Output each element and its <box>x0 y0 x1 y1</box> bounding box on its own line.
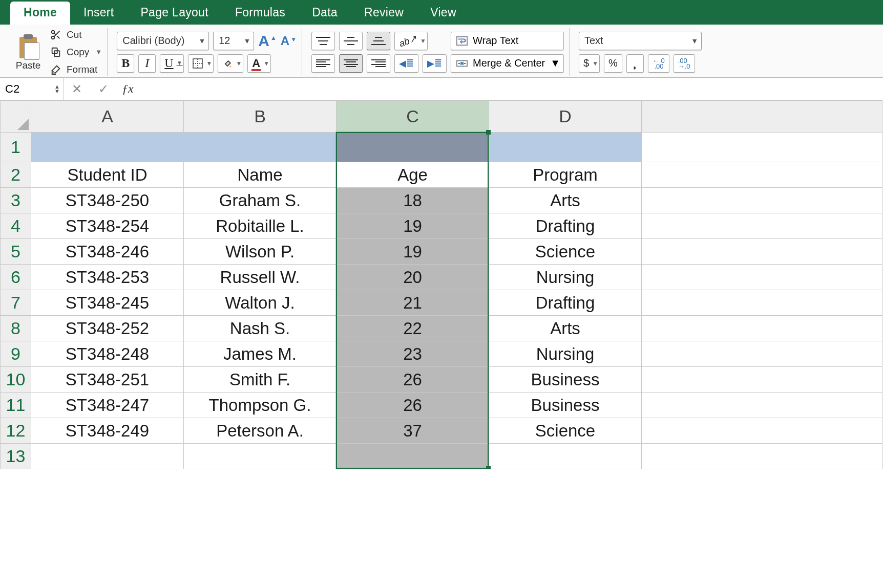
cell[interactable]: ST348-250 <box>31 188 184 213</box>
tab-review[interactable]: Review <box>351 2 417 25</box>
cell[interactable]: 26 <box>337 393 489 418</box>
cell[interactable] <box>31 133 184 162</box>
cell[interactable]: Arts <box>489 316 642 341</box>
cell[interactable]: Business <box>489 367 642 393</box>
cell[interactable]: Wilson P. <box>184 239 337 265</box>
align-left-button[interactable] <box>311 54 335 73</box>
fx-icon[interactable]: ƒx <box>117 82 139 96</box>
name-box-down[interactable]: ▼ <box>54 89 60 94</box>
cell[interactable] <box>642 265 882 290</box>
cell[interactable]: Student ID <box>31 162 184 188</box>
select-all-corner[interactable] <box>1 101 31 133</box>
cell[interactable] <box>642 367 882 393</box>
cell[interactable] <box>642 188 882 213</box>
cell[interactable] <box>31 444 184 469</box>
cell[interactable]: ST348-245 <box>31 290 184 316</box>
fill-color-button[interactable]: ▼ <box>218 54 243 73</box>
tab-data[interactable]: Data <box>299 2 351 25</box>
cell[interactable]: 21 <box>337 290 489 316</box>
wrap-text-button[interactable]: Wrap Text <box>451 32 564 50</box>
cell[interactable] <box>337 444 489 469</box>
cell[interactable]: Nursing <box>489 341 642 367</box>
cell[interactable]: 37 <box>337 418 489 444</box>
cell[interactable] <box>642 316 882 341</box>
cell[interactable] <box>184 444 337 469</box>
cell[interactable]: Russell W. <box>184 265 337 290</box>
cell[interactable]: ST348-246 <box>31 239 184 265</box>
cell[interactable]: ST348-254 <box>31 213 184 239</box>
cell[interactable]: ST348-249 <box>31 418 184 444</box>
row-header-9[interactable]: 9 <box>1 341 31 367</box>
comma-style-button[interactable]: ⸒ <box>626 54 644 73</box>
tab-page-layout[interactable]: Page Layout <box>127 2 221 25</box>
cell[interactable]: 20 <box>337 265 489 290</box>
cell[interactable]: 22 <box>337 316 489 341</box>
row-header-4[interactable]: 4 <box>1 213 31 239</box>
number-format-combo[interactable]: Text ▼ <box>579 32 702 50</box>
cell[interactable] <box>642 133 882 162</box>
increase-font-button[interactable]: A▲ <box>258 32 277 50</box>
cell[interactable] <box>642 444 882 469</box>
cell[interactable] <box>642 341 882 367</box>
percent-button[interactable]: % <box>604 54 622 73</box>
col-header-A[interactable]: A <box>31 101 184 133</box>
formula-input[interactable] <box>139 78 883 100</box>
font-name-combo[interactable]: Calibri (Body) ▼ <box>117 32 209 50</box>
row-header-2[interactable]: 2 <box>1 162 31 188</box>
bold-button[interactable]: B <box>117 54 134 73</box>
cell[interactable] <box>642 239 882 265</box>
orientation-button[interactable]: ab↗ ▼ <box>394 32 428 50</box>
cell[interactable] <box>642 393 882 418</box>
cell[interactable] <box>337 133 489 162</box>
cell[interactable]: 18 <box>337 188 489 213</box>
row-header-8[interactable]: 8 <box>1 316 31 341</box>
cell[interactable]: Nursing <box>489 265 642 290</box>
align-center-button[interactable] <box>339 54 363 73</box>
cell[interactable]: Science <box>489 418 642 444</box>
borders-button[interactable]: ▼ <box>188 54 214 73</box>
cell[interactable]: 19 <box>337 213 489 239</box>
format-painter-button[interactable]: Format <box>50 62 102 77</box>
cell[interactable]: Drafting <box>489 290 642 316</box>
align-middle-button[interactable] <box>339 32 363 50</box>
cell[interactable] <box>489 133 642 162</box>
cell[interactable]: ST348-252 <box>31 316 184 341</box>
font-color-button[interactable]: A ▼ <box>247 54 271 73</box>
currency-button[interactable]: $▼ <box>579 54 600 73</box>
align-bottom-button[interactable] <box>367 32 390 50</box>
cell[interactable]: Smith F. <box>184 367 337 393</box>
cell[interactable]: 19 <box>337 239 489 265</box>
increase-decimal-button[interactable]: ←.0 .00 <box>648 54 669 73</box>
cancel-formula-button[interactable]: ✕ <box>64 82 90 96</box>
paste-button[interactable]: Online Enrollment 2014 - 2015 Paste <box>10 33 46 71</box>
cell[interactable]: Peterson A. <box>184 418 337 444</box>
cell[interactable]: Program <box>489 162 642 188</box>
cell[interactable]: 26 <box>337 367 489 393</box>
cut-button[interactable]: Cut <box>50 27 102 42</box>
row-header-7[interactable]: 7 <box>1 290 31 316</box>
cell[interactable]: Robitaille L. <box>184 213 337 239</box>
decrease-indent-button[interactable]: ◀≣ <box>394 54 418 73</box>
cell[interactable]: 23 <box>337 341 489 367</box>
cell[interactable]: Age <box>337 162 489 188</box>
cell[interactable]: Graham S. <box>184 188 337 213</box>
cell[interactable]: Nash S. <box>184 316 337 341</box>
tab-home[interactable]: Home <box>10 2 70 25</box>
cell[interactable]: ST348-248 <box>31 341 184 367</box>
cell[interactable]: ST348-253 <box>31 265 184 290</box>
cell[interactable] <box>642 290 882 316</box>
col-header-B[interactable]: B <box>184 101 337 133</box>
cell[interactable]: Arts <box>489 188 642 213</box>
tab-insert[interactable]: Insert <box>70 2 127 25</box>
cell[interactable]: ST348-251 <box>31 367 184 393</box>
cell[interactable]: Drafting <box>489 213 642 239</box>
cell[interactable] <box>642 418 882 444</box>
align-right-button[interactable] <box>367 54 390 73</box>
cell[interactable]: Science <box>489 239 642 265</box>
underline-button[interactable]: U▼ <box>160 54 184 73</box>
italic-button[interactable]: I <box>138 54 156 73</box>
col-header-C[interactable]: C <box>337 101 489 133</box>
row-header-13[interactable]: 13 <box>1 444 31 469</box>
cell[interactable]: Walton J. <box>184 290 337 316</box>
increase-indent-button[interactable]: ▶≣ <box>423 54 447 73</box>
